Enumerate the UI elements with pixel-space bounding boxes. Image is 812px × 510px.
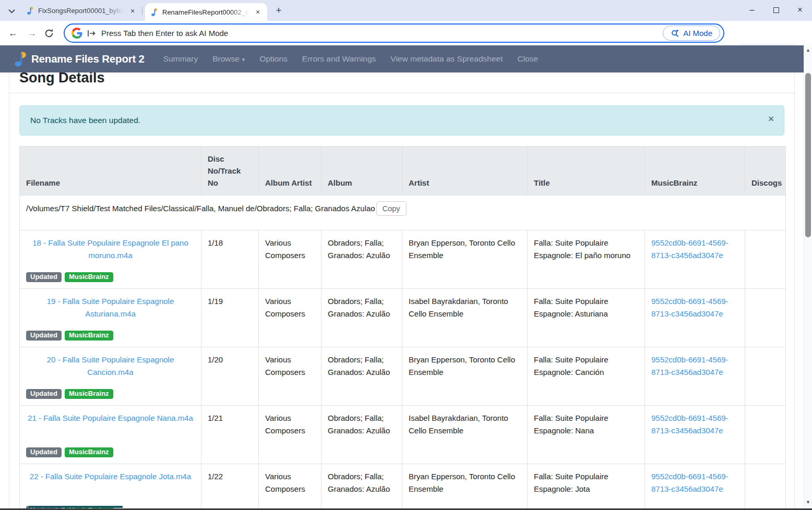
forward-button[interactable]: → xyxy=(25,27,39,40)
alert-message: No Tracks have been updated. xyxy=(30,116,140,125)
alert-close-icon[interactable]: × xyxy=(768,113,774,125)
nav-item-summary[interactable]: Summary xyxy=(156,54,205,64)
maximize-icon xyxy=(773,7,779,13)
table-row: 20 - Falla Suite Populaire Espagnole Can… xyxy=(20,347,786,406)
column-header: Album xyxy=(321,147,402,196)
filename-link[interactable]: 20 - Falla Suite Populaire Espagnole Can… xyxy=(26,354,195,379)
tab-fixsongs-report[interactable]: FixSongsReport00001_byfolder0 × xyxy=(21,4,142,18)
column-header: Disc No/Track No xyxy=(201,147,259,196)
filename-link[interactable]: 22 - Falla Suite Populaire Espagnole Jot… xyxy=(26,470,195,483)
disc-cell: 1/19 xyxy=(201,289,259,347)
musicbrainz-link[interactable]: 9552cd0b-6691-4569-8713-c3456ad3047e xyxy=(651,297,729,318)
page-scrollbar[interactable]: ▲ ▼ xyxy=(804,45,812,508)
album-cell: Obradors; Falla; Granados: Azulão xyxy=(321,347,402,406)
album-cell: Obradors; Falla; Granados: Azulão xyxy=(321,289,402,347)
musicbrainz-badge: MusicBrainz xyxy=(65,272,113,282)
filename-link[interactable]: 21 - Falla Suite Populaire Espagnole Nan… xyxy=(26,412,195,424)
updated-badge: Updated xyxy=(26,272,62,282)
address-bar[interactable]: Press Tab then Enter to ask AI Mode AI M… xyxy=(64,23,724,43)
artist-cell: Isabel Bayrakdarian, Toronto Cello Ensem… xyxy=(402,406,528,464)
table-row: 18 - Falla Suite Populaire Espagnole El … xyxy=(20,230,786,289)
reload-button[interactable] xyxy=(44,28,54,39)
updated-badge: Updated xyxy=(26,331,62,341)
musicbrainz-cell: 9552cd0b-6691-4569-8713-c3456ad3047e xyxy=(645,406,745,464)
folder-path-row: /Volumes/T7 Shield/Test Matched Files/Cl… xyxy=(20,196,786,230)
close-tab-icon[interactable]: × xyxy=(254,8,262,16)
album-cell: Obradors; Falla; Granados: Azulão xyxy=(321,464,402,509)
discogs-cell xyxy=(745,406,786,464)
disc-cell: 1/21 xyxy=(201,406,259,464)
title-cell: Falla: Suite Populaire Espagnole: El pañ… xyxy=(528,230,645,289)
title-cell: Falla: Suite Populaire Espagnole: Jota xyxy=(528,464,645,509)
header-divider xyxy=(9,93,795,93)
back-button[interactable]: ← xyxy=(6,27,20,40)
scroll-down-icon[interactable]: ▼ xyxy=(804,500,812,505)
discogs-cell xyxy=(745,289,786,347)
filename-cell: 18 - Falla Suite Populaire Espagnole El … xyxy=(20,230,201,289)
musicbrainz-link[interactable]: 9552cd0b-6691-4569-8713-c3456ad3047e xyxy=(651,238,729,260)
info-alert: No Tracks have been updated. × xyxy=(19,105,784,136)
minimize-button[interactable]: – xyxy=(740,0,764,20)
music-note-logo-icon xyxy=(14,51,27,67)
tab-rename-files-report[interactable]: RenameFilesReport00002_song × xyxy=(145,3,267,21)
scrollbar-thumb[interactable] xyxy=(805,73,811,237)
column-header: Discogs xyxy=(745,147,786,196)
maximize-button[interactable] xyxy=(764,0,788,20)
google-logo-icon xyxy=(71,28,82,39)
tab-title: RenameFilesReport00002_song xyxy=(162,8,249,16)
table-row: 21 - Falla Suite Populaire Espagnole Nan… xyxy=(20,406,786,464)
app-brand[interactable]: Rename Files Report 2 xyxy=(14,51,145,67)
nav-item-errors-and-warnings[interactable]: Errors and Warnings xyxy=(295,54,384,64)
musicbrainz-link[interactable]: 9552cd0b-6691-4569-8713-c3456ad3047e xyxy=(651,414,729,435)
music-note-icon xyxy=(150,8,158,17)
badge-row: UpdatedMusicBrainz xyxy=(26,389,195,399)
close-window-button[interactable]: × xyxy=(788,0,812,20)
filename-link[interactable]: 19 - Falla Suite Populaire Espagnole Ast… xyxy=(26,295,195,320)
nav-item-view-metadata-as-spreadsheet[interactable]: View metadata as Spreadsheet xyxy=(383,54,510,64)
filename-link[interactable]: 18 - Falla Suite Populaire Espagnole El … xyxy=(26,237,195,262)
app-navbar: Rename Files Report 2 SummaryBrowse▾Opti… xyxy=(0,45,804,72)
report-card: Song Details No Tracks have been updated… xyxy=(9,45,795,508)
status-bubble xyxy=(29,506,123,508)
app-title: Rename Files Report 2 xyxy=(31,53,145,65)
album-artist-cell: Various Composers xyxy=(259,347,321,406)
discogs-cell xyxy=(745,230,786,289)
scroll-up-icon[interactable]: ▲ xyxy=(804,47,812,53)
artist-cell: Bryan Epperson, Toronto Cello Ensemble xyxy=(402,230,528,289)
ai-mode-button[interactable]: AI Mode xyxy=(663,26,720,41)
musicbrainz-link[interactable]: 9552cd0b-6691-4569-8713-c3456ad3047e xyxy=(651,472,729,493)
badge-row: UpdatedMusicBrainz xyxy=(26,447,195,457)
tab-cursor-icon xyxy=(87,30,97,37)
table-row: 22 - Falla Suite Populaire Espagnole Jot… xyxy=(20,464,786,509)
musicbrainz-link[interactable]: 9552cd0b-6691-4569-8713-c3456ad3047e xyxy=(651,355,729,377)
window-controls: – × xyxy=(740,0,812,20)
nav-item-options[interactable]: Options xyxy=(252,54,294,64)
table-row: 19 - Falla Suite Populaire Espagnole Ast… xyxy=(20,289,786,347)
album-artist-cell: Various Composers xyxy=(259,289,321,347)
disc-cell: 1/22 xyxy=(201,464,259,509)
table-body: /Volumes/T7 Shield/Test Matched Files/Cl… xyxy=(20,196,786,509)
disc-cell: 1/18 xyxy=(201,230,259,289)
copy-button[interactable]: Copy xyxy=(376,201,407,216)
nav-item-close[interactable]: Close xyxy=(510,54,546,64)
artist-cell: Bryan Epperson, Toronto Cello Ensemble xyxy=(402,347,528,406)
album-artist-cell: Various Composers xyxy=(259,464,321,509)
artist-cell: Bryan Epperson, Toronto Cello Ensemble xyxy=(402,464,528,509)
close-tab-icon[interactable]: × xyxy=(128,7,137,15)
musicbrainz-cell: 9552cd0b-6691-4569-8713-c3456ad3047e xyxy=(645,464,745,509)
tab-search-button[interactable] xyxy=(5,5,18,17)
chevron-down-icon xyxy=(8,9,15,14)
title-cell: Falla: Suite Populaire Espagnole: Canció… xyxy=(528,347,645,406)
ai-mode-label: AI Mode xyxy=(683,29,712,38)
album-cell: Obradors; Falla; Granados: Azulão xyxy=(321,406,402,464)
nav-item-browse[interactable]: Browse▾ xyxy=(205,54,252,64)
musicbrainz-cell: 9552cd0b-6691-4569-8713-c3456ad3047e xyxy=(645,289,745,347)
disc-cell: 1/20 xyxy=(201,347,259,406)
musicbrainz-badge: MusicBrainz xyxy=(65,389,113,399)
navbar-menu: SummaryBrowse▾OptionsErrors and Warnings… xyxy=(156,54,545,64)
new-tab-button[interactable]: + xyxy=(272,4,285,17)
updated-badge: Updated xyxy=(26,389,62,399)
musicbrainz-cell: 9552cd0b-6691-4569-8713-c3456ad3047e xyxy=(645,230,745,289)
folder-path: /Volumes/T7 Shield/Test Matched Files/Cl… xyxy=(26,204,375,213)
column-header: Title xyxy=(528,147,645,196)
